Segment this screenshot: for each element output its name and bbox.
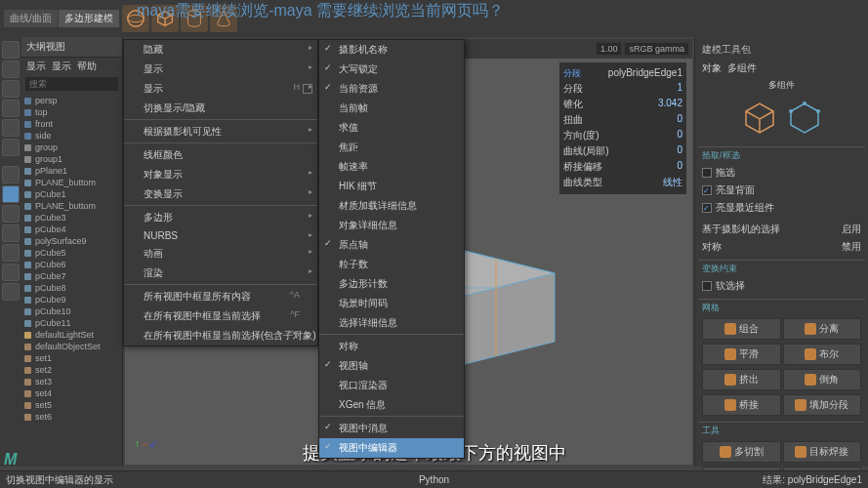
tree-item[interactable]: pCube6 <box>21 259 122 270</box>
tree-item[interactable]: polySurface9 <box>21 235 122 247</box>
menu-item[interactable]: 视图中消息 <box>319 419 464 438</box>
menu-item[interactable]: 多边形 <box>124 208 317 227</box>
tool-snap4[interactable] <box>2 224 20 242</box>
menu-item[interactable]: 线框颜色 <box>124 145 317 165</box>
tree-item[interactable]: defaultObjectSet <box>21 341 122 352</box>
tree-item[interactable]: pCube1 <box>21 188 122 200</box>
menu-item[interactable]: NURBS <box>124 227 317 244</box>
vp-zoom[interactable]: 1.00 <box>597 43 622 55</box>
tree-item[interactable]: pCube3 <box>21 212 122 224</box>
menu-item[interactable]: 显示H <box>124 79 317 99</box>
outliner-menu-show[interactable]: 显示 <box>52 60 71 73</box>
comp-cube-icon[interactable] <box>740 98 779 137</box>
tool-button[interactable]: 平滑 <box>702 344 781 365</box>
outliner-menu-help[interactable]: 帮助 <box>77 60 97 73</box>
sym-toggle[interactable]: 禁用 <box>842 240 861 254</box>
tree-item[interactable]: PLANE_buttom <box>21 177 122 188</box>
tree-item[interactable]: pCube9 <box>21 294 122 305</box>
menu-item[interactable]: 选择详细信息 <box>319 313 464 335</box>
menu-item[interactable]: 材质加载详细信息 <box>319 196 464 216</box>
tree-item[interactable]: pCube5 <box>21 247 122 259</box>
menu-item[interactable]: 对象详细信息 <box>319 216 464 235</box>
tool-snap3[interactable] <box>2 205 20 223</box>
menu-item[interactable]: XGen 信息 <box>319 395 464 417</box>
vp-colorspace[interactable]: sRGB gamma <box>625 43 688 55</box>
tree-item[interactable]: side <box>21 130 122 142</box>
tree-item[interactable]: set4 <box>21 387 122 399</box>
sec-tools-hdr[interactable]: 工具 <box>698 422 865 439</box>
tool-select[interactable] <box>2 41 20 59</box>
tool-lasso[interactable] <box>2 61 20 78</box>
tree-item[interactable]: pPlane1 <box>21 165 122 177</box>
menu-item[interactable]: 原点轴 <box>319 235 464 255</box>
menu-item[interactable]: 场景时间码 <box>319 294 464 313</box>
tool-move[interactable] <box>2 100 20 117</box>
menu-item[interactable]: 多边形计数 <box>319 274 464 294</box>
tree-item[interactable]: set5 <box>21 399 122 411</box>
chk-drag[interactable] <box>702 168 712 178</box>
rpanel-tab-multi[interactable]: 多组件 <box>727 61 757 75</box>
menu-item[interactable]: 求值 <box>319 118 464 138</box>
tree-item[interactable]: group <box>21 142 122 153</box>
tree-item[interactable]: set3 <box>21 376 122 387</box>
tool-button[interactable]: 组合 <box>702 318 781 340</box>
menu-item[interactable]: 在所有视图中框显当前选择^F <box>124 306 317 326</box>
tool-button[interactable]: 布尔 <box>783 344 862 365</box>
tool-snap5[interactable] <box>2 244 20 262</box>
menu-item[interactable]: 视图轴 <box>319 356 464 376</box>
tree-item[interactable]: pCube8 <box>21 282 122 294</box>
menu-item[interactable]: 对象显示 <box>124 165 317 184</box>
shelf-tab-curves[interactable]: 曲线/曲面 <box>4 10 58 27</box>
menu-item[interactable]: 变换显示 <box>124 184 317 206</box>
rpanel-tab-object[interactable]: 对象 <box>702 61 722 75</box>
tool-snap1[interactable] <box>2 166 20 183</box>
tool-button[interactable]: 分离 <box>783 318 862 340</box>
tree-item[interactable]: defaultLightSet <box>21 329 122 341</box>
tree-item[interactable]: pCube10 <box>21 305 122 317</box>
menu-item[interactable]: 切换显示/隐藏 <box>124 99 317 120</box>
menu-item[interactable]: 帧速率 <box>319 157 464 177</box>
menu-item[interactable]: 显示 <box>124 60 317 79</box>
menu-item[interactable]: 对称 <box>319 337 464 356</box>
menu-item[interactable]: 粒子数 <box>319 255 464 274</box>
tree-item[interactable]: set1 <box>21 352 122 364</box>
tool-button[interactable]: 目标焊接 <box>783 441 862 463</box>
sec-xform-hdr[interactable]: 变换约束 <box>698 260 865 277</box>
menu-item[interactable]: 焦距 <box>319 138 464 157</box>
comp-cube2-icon[interactable] <box>785 98 824 137</box>
chk-backface[interactable] <box>702 185 712 195</box>
tree-item[interactable]: pCube11 <box>21 317 122 329</box>
menu-item[interactable]: 当前帧 <box>319 99 464 118</box>
outliner-search[interactable] <box>25 77 118 91</box>
tool-button[interactable]: 倒角 <box>783 369 862 390</box>
tree-item[interactable]: persp <box>21 95 122 106</box>
tool-paint[interactable] <box>2 80 20 98</box>
tool-button[interactable]: 填加分段 <box>783 394 862 416</box>
tree-item[interactable]: PLANE_buttom <box>21 200 122 212</box>
tree-item[interactable]: set2 <box>21 364 122 376</box>
menu-item[interactable]: 大写锁定 <box>319 60 464 79</box>
menu-item[interactable]: 隐藏 <box>124 40 317 60</box>
tree-item[interactable]: top <box>21 106 122 118</box>
tool-snap6[interactable] <box>2 264 20 281</box>
tree-item[interactable]: front <box>21 118 122 130</box>
menu-item[interactable]: 摄影机名称 <box>319 40 464 60</box>
cam-sel-toggle[interactable]: 启用 <box>842 223 861 236</box>
menu-item[interactable]: 视图中编辑器 <box>319 438 464 458</box>
tool-button[interactable]: 挤出 <box>702 369 781 390</box>
tool-button[interactable]: 多切割 <box>702 441 781 463</box>
menu-item[interactable]: 根据摄影机可见性 <box>124 122 317 143</box>
tool-snap2[interactable] <box>2 185 20 203</box>
shelf-tab-poly[interactable]: 多边形建模 <box>59 10 119 27</box>
tree-item[interactable]: pCube4 <box>21 224 122 235</box>
chk-soft[interactable] <box>702 281 712 291</box>
menu-item[interactable]: 视口渲染器 <box>319 376 464 395</box>
tree-item[interactable]: set6 <box>21 411 122 423</box>
menu-item[interactable]: 所有视图中框显所有内容^A <box>124 287 317 306</box>
tool-snap7[interactable] <box>2 283 20 301</box>
tool-scale[interactable] <box>2 139 20 156</box>
tree-item[interactable]: pCube7 <box>21 270 122 282</box>
sec-pick-hdr[interactable]: 拾取/框选 <box>698 146 865 164</box>
menu-item[interactable]: 渲染 <box>124 264 317 285</box>
menu-item[interactable]: HIK 细节 <box>319 177 464 196</box>
